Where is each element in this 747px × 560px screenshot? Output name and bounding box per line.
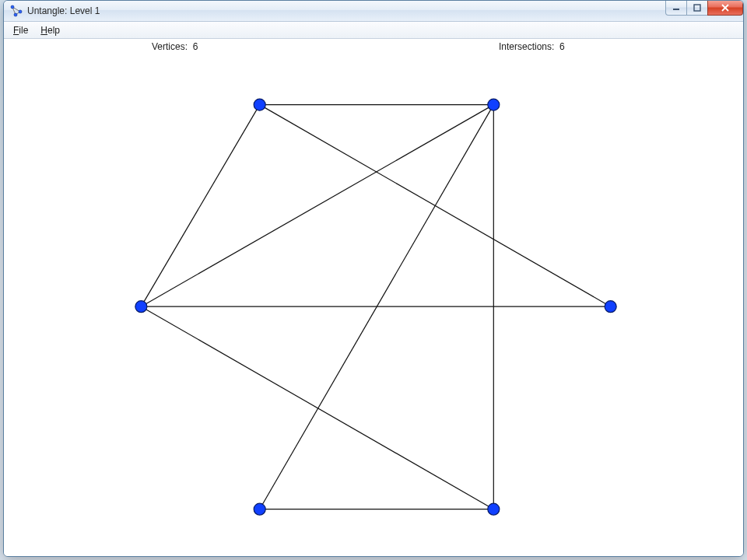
title-bar[interactable]: Untangle: Level 1 [4,1,743,22]
game-canvas[interactable] [4,55,743,556]
graph-vertex[interactable] [488,503,500,515]
vertices-label: Vertices: [152,41,188,52]
close-icon [721,4,730,12]
intersections-status: Intersections: 6 [499,41,565,52]
menu-bar: File Help [4,22,743,39]
vertices-status: Vertices: 6 [152,41,198,52]
maximize-icon [693,4,701,12]
graph-vertex[interactable] [254,99,265,110]
graph-vertex[interactable] [488,99,500,110]
intersections-value: 6 [559,41,565,52]
minimize-button[interactable] [665,0,687,16]
graph-vertex[interactable] [135,300,147,312]
svg-point-4 [19,10,22,13]
svg-rect-7 [694,5,700,11]
graph-edge [141,104,259,306]
graph-vertex[interactable] [605,300,616,312]
menu-file-label: ile [19,25,28,36]
app-icon [10,5,23,17]
svg-point-3 [11,5,14,9]
maximize-button[interactable] [686,0,708,16]
menu-help[interactable]: Help [34,23,66,37]
svg-rect-6 [673,9,679,10]
edges-layer [141,104,610,509]
graph-edge [141,306,493,509]
menu-help-mnemonic: H [40,25,47,36]
graph-edge [141,104,493,306]
minimize-icon [672,4,680,12]
graph-svg [4,55,743,556]
window-controls [666,0,743,16]
window-title: Untangle: Level 1 [27,5,100,16]
status-row: Vertices: 6 Intersections: 6 [4,39,743,55]
svg-point-5 [14,13,17,16]
menu-help-label: elp [47,25,60,36]
app-window: Untangle: Level 1 File Help [3,0,744,557]
vertices-value: 6 [193,41,198,52]
menu-file[interactable]: File [7,23,34,37]
graph-vertex[interactable] [254,503,265,515]
close-button[interactable] [707,0,743,16]
intersections-label: Intersections: [499,41,554,52]
